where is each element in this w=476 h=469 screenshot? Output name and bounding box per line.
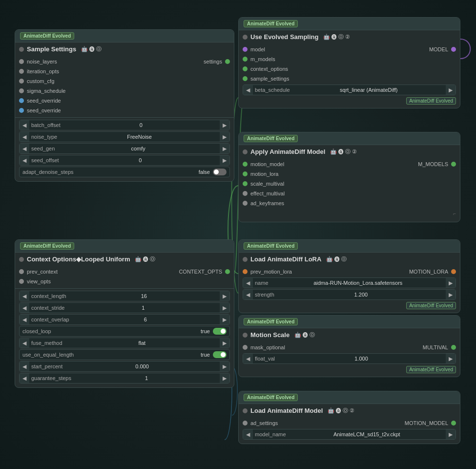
socket-scale-multival[interactable]: [243, 181, 248, 186]
context-overlap-decrement[interactable]: ◀: [20, 315, 29, 324]
node-apply-animatediff-dot: [243, 149, 248, 154]
socket-custom-cfg[interactable]: [19, 79, 24, 84]
socket-motion-model-in[interactable]: [243, 162, 248, 167]
omega-icon-6: Ⓞ: [310, 331, 315, 339]
value-closed-loop: true: [201, 328, 210, 334]
socket-model-out[interactable]: [451, 47, 456, 52]
alpha-icon: 🅐: [89, 46, 95, 52]
socket-view-opts[interactable]: [19, 279, 24, 284]
lora-footer: AnimateDiff Evolved: [239, 301, 460, 310]
lora-strength-decrement[interactable]: ◀: [243, 290, 253, 299]
seed-offset-decrement[interactable]: ◀: [20, 155, 29, 165]
socket-motion-model-out[interactable]: [451, 421, 456, 426]
node-context-options-content: prev_context CONTEXT_OPTS view_opts ◀ co…: [15, 265, 234, 387]
divider-1: [15, 117, 234, 118]
socket-row-model: model MODEL: [239, 44, 460, 54]
socket-context-options[interactable]: [243, 66, 248, 71]
float-val-decrement[interactable]: ◀: [243, 354, 253, 363]
node-motion-scale-content: mask_optional MULTIVAL ◀ float_val 1.000…: [239, 341, 460, 377]
label-scale-multival: scale_multival: [250, 181, 284, 187]
beta-schedule-decrement[interactable]: ◀: [243, 85, 253, 95]
seed-gen-decrement[interactable]: ◀: [20, 144, 29, 153]
socket-m-models-out[interactable]: [451, 162, 456, 167]
beta-schedule-increment[interactable]: ▶: [446, 85, 455, 95]
lora-strength-increment[interactable]: ▶: [446, 290, 455, 299]
value-seed-gen: comfy: [57, 146, 220, 151]
batch-offset-increment[interactable]: ▶: [220, 120, 229, 130]
alpha-icon-2: 🅐: [331, 34, 337, 40]
socket-multival-out[interactable]: [451, 345, 456, 350]
socket-ad-keyframes[interactable]: [243, 201, 248, 206]
socket-sigma-schedule[interactable]: [19, 88, 24, 93]
context-stride-increment[interactable]: ▶: [220, 303, 229, 313]
alpha-icon-7: 🅐: [336, 408, 341, 414]
omega-icon-3: Ⓞ: [345, 148, 351, 155]
float-val-increment[interactable]: ▶: [446, 354, 455, 363]
lora-name-decrement[interactable]: ◀: [243, 278, 253, 288]
toggle-adapt-denoise-steps: adapt_denoise_steps false: [19, 167, 230, 177]
label-iteration-opts: iteration_opts: [27, 68, 59, 74]
noise-type-increment[interactable]: ▶: [220, 132, 229, 142]
socket-noise-layers[interactable]: [19, 59, 24, 64]
context-stride-decrement[interactable]: ◀: [20, 303, 29, 313]
robot-icon-6: 🤖: [294, 332, 301, 338]
circle-icon-2: ②: [345, 34, 350, 40]
switch-closed-loop[interactable]: [213, 328, 227, 335]
node-load-model-title-row: Load AnimateDiff Model 🤖 🅐 Ⓞ ②: [239, 404, 460, 416]
model-name-decrement[interactable]: ◀: [243, 429, 253, 439]
socket-effect-multival[interactable]: [243, 191, 248, 196]
context-length-increment[interactable]: ▶: [220, 291, 229, 301]
switch-adapt-denoise-steps[interactable]: [213, 169, 227, 175]
noise-type-decrement[interactable]: ◀: [20, 132, 29, 142]
label-model-name: model_name: [253, 431, 288, 437]
socket-sample-settings[interactable]: [243, 76, 248, 81]
value-batch-offset: 0: [62, 122, 220, 128]
switch-use-on-equal-length[interactable]: [213, 351, 227, 358]
socket-motion-lora[interactable]: [243, 171, 248, 176]
socket-row-custom-cfg: custom_cfg: [15, 76, 234, 86]
socket-m-models[interactable]: [243, 57, 248, 62]
guarantee-steps-increment[interactable]: ▶: [220, 373, 229, 383]
socket-prev-motion-lora[interactable]: [243, 269, 248, 274]
value-context-stride: 1: [66, 305, 220, 311]
node-sample-settings-dot: [19, 47, 24, 52]
lora-name-increment[interactable]: ▶: [446, 278, 455, 288]
control-context-overlap: ◀ context_overlap 6 ▶: [19, 314, 230, 325]
socket-row-effect-multival: effect_multival: [239, 189, 460, 198]
socket-seed-override-1[interactable]: [19, 98, 24, 103]
socket-mask-optional[interactable]: [243, 345, 248, 350]
label-effect-multival: effect_multival: [250, 191, 285, 196]
socket-settings-out[interactable]: [225, 59, 230, 64]
robot-icon-4: 🤖: [135, 256, 142, 262]
label-fuse-method: fuse_method: [29, 340, 64, 346]
socket-ad-settings[interactable]: [243, 421, 248, 426]
robot-icon-3: 🤖: [330, 149, 337, 155]
node-motion-scale-title-row: Motion Scale 🤖 🅐 Ⓞ: [239, 328, 460, 341]
batch-offset-decrement[interactable]: ◀: [20, 120, 29, 130]
socket-iteration-opts[interactable]: [19, 69, 24, 74]
node-use-evolved-title: Use Evolved Sampling: [250, 33, 318, 41]
context-overlap-increment[interactable]: ▶: [220, 315, 229, 324]
fuse-method-increment[interactable]: ▶: [220, 338, 229, 348]
node-motion-scale-title: Motion Scale: [250, 331, 290, 339]
socket-motion-lora-out[interactable]: [451, 269, 456, 274]
seed-gen-increment[interactable]: ▶: [220, 144, 229, 153]
fuse-method-decrement[interactable]: ◀: [20, 338, 29, 348]
label-seed-override-1: seed_override: [27, 98, 61, 104]
value-context-length: 16: [68, 293, 220, 299]
socket-context-opts-out[interactable]: [225, 269, 230, 274]
start-percent-decrement[interactable]: ◀: [20, 362, 29, 371]
socket-row-context-options: context_options: [239, 64, 460, 74]
socket-seed-override-2[interactable]: [19, 108, 24, 113]
node-load-lora-content: prev_motion_lora MOTION_LORA ◀ name aidm…: [239, 265, 460, 313]
model-name-increment[interactable]: ▶: [446, 429, 455, 439]
socket-model-in[interactable]: [243, 47, 248, 52]
context-length-decrement[interactable]: ◀: [20, 291, 29, 301]
node-sample-settings-title-row: Sample Settings 🤖 🅐 Ⓞ: [15, 43, 234, 55]
control-start-percent: ◀ start_percent 0.000 ▶: [19, 361, 230, 372]
start-percent-increment[interactable]: ▶: [220, 362, 229, 371]
guarantee-steps-decrement[interactable]: ◀: [20, 373, 29, 383]
socket-prev-context[interactable]: [19, 269, 24, 274]
seed-offset-increment[interactable]: ▶: [220, 155, 229, 165]
control-batch-offset: ◀ batch_offset 0 ▶: [19, 120, 230, 130]
